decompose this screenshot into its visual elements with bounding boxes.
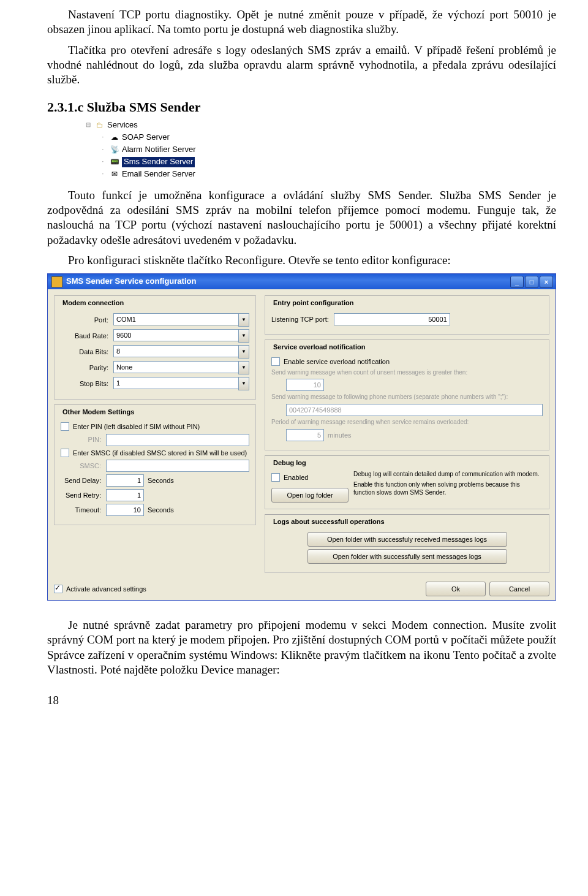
chevron-down-icon: ▼ xyxy=(238,313,249,327)
minimize-button[interactable]: _ xyxy=(510,276,524,288)
close-button[interactable]: × xyxy=(540,276,553,288)
app-icon xyxy=(51,276,62,287)
window-title: SMS Sender Service configuration xyxy=(66,276,196,287)
paragraph: Touto funkcí je umožněna konfigurace a o… xyxy=(47,188,556,248)
overload-threshold-field: 10 xyxy=(286,379,324,391)
overload-phones-field: 00420774549888 xyxy=(286,404,543,416)
window-titlebar: SMS Sender Service configuration _ □ × xyxy=(48,274,556,289)
enter-smsc-checkbox[interactable] xyxy=(61,449,69,457)
cloud-icon: ☁ xyxy=(110,133,119,143)
debug-enabled-checkbox[interactable] xyxy=(271,473,280,482)
send-retry-field[interactable]: 1 xyxy=(106,489,144,501)
chevron-down-icon: ▼ xyxy=(238,329,249,343)
chevron-down-icon: ▼ xyxy=(238,377,249,390)
parity-select[interactable]: None▼ xyxy=(113,361,249,374)
cancel-button[interactable]: Cancel xyxy=(489,582,549,596)
page-number: 18 xyxy=(47,693,556,708)
paragraph: Pro konfiguraci stiskněte tlačítko Recon… xyxy=(47,253,556,268)
paragraph: Tlačítka pro otevření adresáře s logy od… xyxy=(47,43,556,88)
port-select[interactable]: COM1▼ xyxy=(113,313,249,327)
overload-period-field: 5 xyxy=(286,429,324,441)
smsc-field xyxy=(106,460,249,472)
services-tree-image: ⊟🗀Services ·☁SOAP Server ·📡Alarm Notifie… xyxy=(84,120,556,181)
sms-sender-config-window: SMS Sender Service configuration _ □ × M… xyxy=(47,273,556,601)
phone-icon: 📟 xyxy=(110,158,119,167)
activate-advanced-checkbox[interactable]: ✓ xyxy=(54,585,62,593)
modem-connection-group: Modem connection Port:COM1▼ Baud Rate:96… xyxy=(54,295,256,400)
chevron-down-icon: ▼ xyxy=(238,345,249,359)
entry-point-group: Entry point configuration Listening TCP … xyxy=(265,295,549,335)
debug-log-group: Debug log Enabled Open log folder Debug … xyxy=(265,455,549,509)
folder-icon: 🗀 xyxy=(95,121,105,131)
baud-select[interactable]: 9600▼ xyxy=(113,329,249,343)
listening-port-field[interactable]: 50001 xyxy=(334,313,450,325)
maximize-button[interactable]: □ xyxy=(525,276,538,288)
enable-overload-checkbox[interactable] xyxy=(271,357,280,366)
open-received-logs-button[interactable]: Open folder with successfuly received me… xyxy=(307,532,507,547)
open-log-folder-button[interactable]: Open log folder xyxy=(271,488,349,503)
open-sent-logs-button[interactable]: Open folder with successfully sent messa… xyxy=(307,549,507,564)
chevron-down-icon: ▼ xyxy=(238,361,249,374)
enter-pin-checkbox[interactable] xyxy=(61,422,69,431)
pin-field xyxy=(106,434,249,446)
stopbits-select[interactable]: 1▼ xyxy=(113,377,249,390)
databits-select[interactable]: 8▼ xyxy=(113,345,249,359)
satellite-icon: 📡 xyxy=(110,145,119,155)
paragraph: Je nutné správně zadat parametry pro při… xyxy=(47,618,556,677)
timeout-field[interactable]: 10 xyxy=(106,504,144,516)
paragraph: Nastavení TCP portu diagnostiky. Opět je… xyxy=(47,7,556,37)
send-delay-field[interactable]: 1 xyxy=(106,474,144,487)
heading-sms-sender: 2.3.1.c Služba SMS Sender xyxy=(47,99,556,116)
ok-button[interactable]: Ok xyxy=(426,582,486,596)
success-logs-group: Logs about successfull operations Open f… xyxy=(265,514,549,573)
overload-group: Service overload notification Enable ser… xyxy=(265,340,549,450)
envelope-icon: ✉ xyxy=(110,170,119,180)
other-modem-group: Other Modem Settings Enter PIN (left dis… xyxy=(54,404,256,525)
